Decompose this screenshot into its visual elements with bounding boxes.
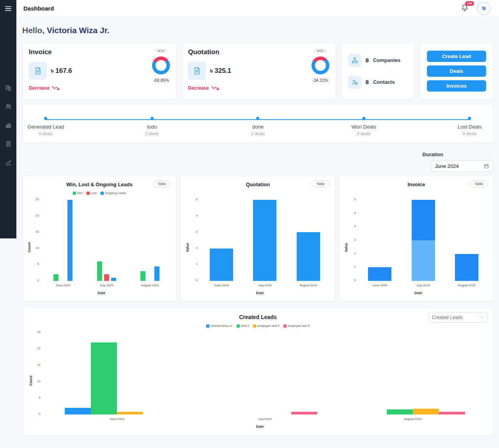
hamburger-icon [5, 5, 11, 12]
y-tick-label: 5 [31, 262, 39, 266]
legend-color-chip [206, 325, 209, 328]
table-button[interactable]: Table [470, 180, 488, 187]
chevron-down-icon [477, 316, 484, 319]
contacts-count: 8 [366, 79, 369, 85]
created-leads-select[interactable]: Created Leads [428, 312, 488, 323]
table-button[interactable]: Table [311, 180, 329, 187]
pipeline-stage-todo: todo 2 deals [145, 117, 159, 136]
bar-chart-icon [5, 122, 12, 129]
x-tick-label: July-2024 [243, 284, 287, 287]
chart-legend [186, 191, 330, 195]
contacts-stat-row: 8 Contacts [348, 76, 407, 89]
x-tick-label: July-2024 [85, 284, 128, 287]
stage-label: Lost Deals [458, 124, 481, 130]
bar [53, 274, 58, 281]
pipeline-dot [362, 117, 365, 120]
stage-label: Generated Lead [27, 124, 64, 130]
y-axis-title: Count [29, 333, 33, 429]
sidebar-item-analytics[interactable] [5, 159, 12, 166]
page-title: Dashboard [23, 5, 54, 12]
sidebar-item-invoices[interactable] [5, 140, 12, 147]
select-value: Created Leads [432, 315, 463, 320]
card-title: Quotation [188, 48, 231, 56]
top-header: Dashboard 120 N [16, 0, 499, 17]
avatar-text: N [482, 6, 486, 11]
x-axis-title: Date [31, 291, 172, 295]
bar [387, 409, 413, 414]
x-tick-label: June-2024 [43, 417, 191, 421]
legend-color-chip [283, 325, 287, 328]
stage-sub: 0 deals [39, 131, 52, 136]
quotation-percent: -34.22% [312, 78, 328, 83]
bar-chart-plot [41, 200, 172, 281]
x-axis-categories: June-2024July-2024August-2024 [348, 284, 488, 287]
y-tick-label: 10 [31, 246, 39, 250]
x-tick-label: August-2024 [339, 417, 487, 421]
x-tick-label: August-2024 [445, 284, 488, 287]
category-group [128, 200, 172, 281]
legend-color-chip [87, 192, 90, 195]
chart-card-invoice: Invoice Table Value 0123456 June-2024Jul… [339, 176, 494, 302]
bar-segment [455, 254, 478, 281]
legend-item: employee test 2 [253, 324, 279, 328]
category-group [445, 200, 488, 281]
y-axis-title: Value [186, 200, 189, 295]
x-axis-categories: June-2024July-2024August-2024 [33, 417, 487, 421]
x-tick-label: June-2024 [200, 284, 243, 287]
stage-label: Won Deals [351, 124, 376, 130]
duration-value: June 2024 [435, 163, 459, 169]
sidebar-item-company[interactable] [5, 84, 12, 91]
bar [253, 200, 276, 281]
trend-label: Decrease [29, 85, 50, 91]
legend-item: Lost [87, 191, 97, 195]
y-tick-label: 15 [33, 363, 41, 367]
stacked-bar [412, 200, 435, 281]
invoice-icon [5, 141, 12, 147]
sidebar-item-reports[interactable] [5, 122, 12, 129]
y-tick-label: 0 [31, 279, 39, 282]
create-lead-button[interactable]: Create Lead [427, 51, 486, 62]
y-tick-label: 25 [31, 198, 39, 201]
main-content: Hello, Victoria Wiza Jr. Invoice ৳ 167.6… [16, 17, 499, 441]
x-axis-title: Date [33, 425, 487, 429]
invoices-button[interactable]: Invoices [427, 80, 486, 92]
bar [91, 342, 117, 414]
pipeline-dot [150, 117, 154, 120]
y-tick-label: 3 [348, 238, 356, 242]
companies-stat-row: 8 Companies [348, 54, 407, 67]
duration-date-input[interactable]: June 2024 [431, 160, 493, 172]
x-axis-title: Date [348, 291, 488, 295]
greeting: Hello, Victoria Wiza Jr. [22, 26, 494, 35]
notifications-button[interactable]: 120 [461, 4, 469, 13]
line-chart-icon [5, 159, 12, 166]
x-tick-label: July-2024 [402, 284, 445, 287]
chart-legend: Victoria Wiza Jr.Test 2employee test 2em… [29, 324, 487, 328]
y-tick-label: 6 [348, 198, 356, 201]
menu-toggle-button[interactable] [0, 0, 16, 17]
avatar[interactable]: N [477, 2, 490, 15]
sidebar-item-contacts[interactable] [5, 103, 12, 110]
invoice-document-icon [29, 62, 47, 80]
chart-card-quotation: Quotation Table Value 012345 June-2024Ju… [180, 176, 335, 302]
pipeline-dot [44, 117, 47, 120]
bar [117, 412, 143, 414]
y-tick-label: 20 [31, 214, 39, 217]
table-button[interactable]: Table [153, 180, 171, 187]
legend-color-chip [73, 192, 76, 195]
y-tick-label: 0 [33, 412, 41, 416]
bar [413, 409, 439, 414]
calendar-icon [484, 164, 489, 169]
quotation-amount: ৳ 325.1 [210, 67, 231, 75]
sidebar-nav [5, 84, 12, 166]
deals-pipeline-card: Generated Lead 0 deals todo 2 deals done… [22, 104, 494, 143]
deals-button[interactable]: Deals [427, 65, 486, 77]
quotation-summary-card: Quotation ৳ 325.1 Decrease MTD -34.22% [181, 43, 336, 99]
bar [297, 232, 320, 281]
decrease-arrow-icon [52, 86, 60, 90]
bar-segment [368, 267, 391, 281]
pipeline-stage-generated-lead: Generated Lead 0 deals [27, 117, 64, 136]
y-tick-label: 25 [33, 330, 41, 334]
bar [140, 271, 145, 281]
sidebar [0, 0, 16, 238]
bar-chart-plot [200, 200, 330, 281]
